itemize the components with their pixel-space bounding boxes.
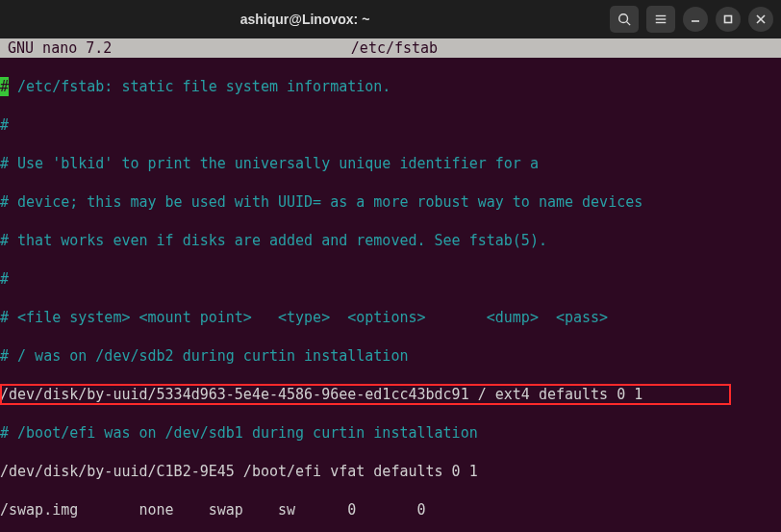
nano-filename: /etc/fstab	[201, 38, 588, 58]
maximize-icon	[722, 13, 734, 25]
nano-app-label: GNU nano 7.2	[0, 38, 201, 58]
cursor: #	[0, 77, 9, 96]
editor-content[interactable]: # /etc/fstab: static file system informa…	[0, 58, 781, 532]
svg-line-1	[627, 22, 631, 26]
window-title: ashiqur@Linovox: ~	[8, 12, 602, 27]
close-button[interactable]	[748, 7, 773, 32]
file-line: /swap.img none swap sw 0 0	[0, 501, 426, 519]
file-line: # / was on /dev/sdb2 during curtin insta…	[0, 347, 408, 365]
maximize-button[interactable]	[716, 7, 741, 32]
file-line: #	[0, 270, 9, 288]
svg-point-0	[619, 14, 628, 23]
svg-rect-6	[725, 16, 732, 23]
file-line: # /boot/efi was on /dev/sdb1 during curt…	[0, 424, 478, 442]
terminal-area[interactable]: GNU nano 7.2 /etc/fstab # /etc/fstab: st…	[0, 38, 781, 532]
nano-header: GNU nano 7.2 /etc/fstab	[0, 38, 781, 58]
file-line: /etc/fstab: static file system informati…	[9, 78, 390, 95]
file-line: #	[0, 116, 9, 134]
search-button[interactable]	[610, 6, 639, 33]
close-icon	[755, 13, 767, 25]
hamburger-icon	[654, 13, 668, 26]
file-line: # <file system> <mount point> <type> <op…	[0, 309, 608, 326]
file-line: # Use 'blkid' to print the universally u…	[0, 155, 539, 172]
minimize-button[interactable]	[683, 7, 708, 32]
minimize-icon	[690, 13, 701, 25]
file-line: /dev/disk/by-uuid/C1B2-9E45 /boot/efi vf…	[0, 463, 478, 480]
search-icon	[617, 13, 631, 26]
file-line: /dev/disk/by-uuid/5334d963-5e4e-4586-96e…	[0, 386, 642, 403]
file-line: # device; this may be used with UUID= as…	[0, 193, 642, 211]
file-line: # that works even if disks are added and…	[0, 232, 547, 249]
window-titlebar: ashiqur@Linovox: ~	[0, 0, 781, 38]
menu-button[interactable]	[646, 6, 675, 33]
